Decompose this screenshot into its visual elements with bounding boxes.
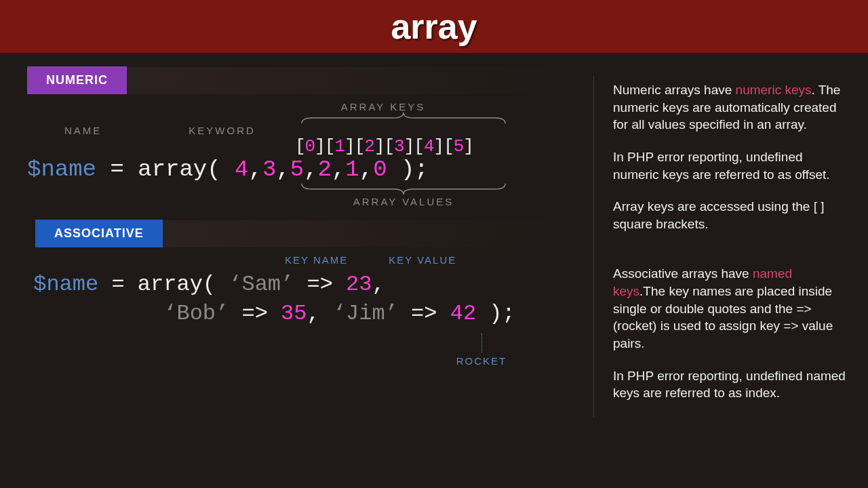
numeric-top-labels: ARRAY KEYS	[27, 101, 580, 113]
desc-p4: Associative arrays have named keys.The k…	[613, 265, 848, 352]
desc-p5: In PHP error reporting, undefined named …	[613, 367, 848, 402]
tab-fade	[163, 220, 580, 247]
tab-fade	[127, 67, 580, 94]
desc-p3: Array keys are accessed using the [ ] sq…	[613, 198, 848, 232]
keyword-label: KEYWORD	[189, 125, 256, 136]
associative-section: ASSOCIATIVE KEY NAME KEY VALUE $name = a…	[27, 220, 580, 367]
associative-tab-row: ASSOCIATIVE	[27, 220, 580, 247]
associative-code: $name = array( ‘Sam’ => 23, ‘Bob’ => 35,…	[20, 270, 580, 328]
desc-p1: Numeric arrays have numeric keys. The nu…	[613, 81, 848, 134]
header-bar: array	[0, 0, 868, 53]
rocket-indicator: ROCKET	[461, 333, 502, 367]
dotted-line-icon	[481, 333, 482, 352]
numeric-section: NUMERIC ARRAY KEYS NAME KEYWORD [0][1][2…	[27, 66, 580, 207]
key-name-label: KEY NAME	[285, 254, 348, 266]
associative-labels: KEY NAME KEY VALUE	[27, 254, 580, 266]
name-label: NAME	[64, 125, 102, 136]
key-value-label: KEY VALUE	[389, 254, 456, 266]
desc-p2: In PHP error reporting, undefined numeri…	[613, 148, 848, 183]
numeric-code: $name = array( 4,3,5,2,1,0 );	[27, 157, 580, 182]
array-values-label: ARRAY VALUES	[298, 196, 509, 207]
index-line: [0][1][2][3][4][5]	[295, 136, 580, 157]
numeric-tab: NUMERIC	[27, 66, 127, 94]
page-title: array	[391, 6, 477, 47]
brace-bottom-icon	[298, 182, 509, 195]
numeric-tab-row: NUMERIC	[27, 66, 580, 94]
main-content: NUMERIC ARRAY KEYS NAME KEYWORD [0][1][2…	[0, 53, 868, 417]
array-keys-label: ARRAY KEYS	[315, 101, 451, 113]
right-panel: Numeric arrays have numeric keys. The nu…	[593, 76, 868, 417]
left-panel: NUMERIC ARRAY KEYS NAME KEYWORD [0][1][2…	[0, 66, 593, 417]
brace-top-icon	[298, 113, 509, 125]
rocket-label: ROCKET	[456, 355, 507, 367]
associative-tab: ASSOCIATIVE	[35, 220, 163, 247]
